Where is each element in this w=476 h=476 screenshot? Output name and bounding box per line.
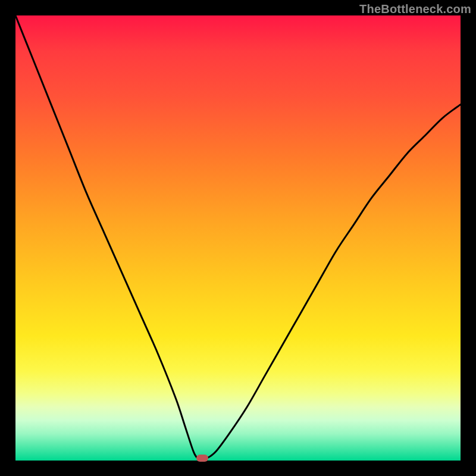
plot-area: [15, 15, 461, 461]
optimal-point-marker: [196, 455, 208, 462]
bottleneck-curve: [15, 15, 461, 461]
watermark-text: TheBottleneck.com: [359, 2, 471, 16]
chart-frame: TheBottleneck.com: [0, 0, 476, 476]
